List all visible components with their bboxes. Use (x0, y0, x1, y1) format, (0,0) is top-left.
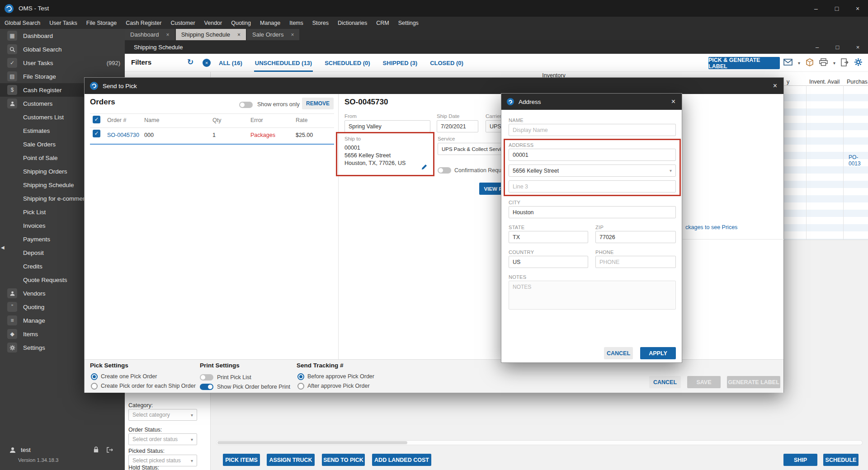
print-pick-list-toggle[interactable] (200, 374, 213, 381)
radio-after-approve[interactable] (297, 383, 304, 390)
clear-filters-icon[interactable]: × (203, 59, 211, 67)
close-icon[interactable]: × (847, 0, 868, 17)
menu-item-global-search[interactable]: Global Search (0, 17, 45, 29)
address-line1-input[interactable] (509, 149, 676, 161)
from-input[interactable] (344, 120, 430, 132)
column-header-invent-avail: Invent. Avail (809, 79, 840, 85)
option-label: After approve Pick Order (307, 383, 370, 389)
menu-item-dictionaries[interactable]: Dictionaries (333, 17, 372, 29)
po-link[interactable]: PO-0013 (849, 154, 868, 167)
confirmation-toggle[interactable] (438, 167, 451, 174)
status-tab-shipped[interactable]: SHIPPED (3) (382, 54, 419, 72)
sidebar-item-label: Shipping Orders (23, 168, 67, 175)
order-number-link[interactable]: SO-0045730 (107, 132, 139, 138)
email-caret-icon[interactable]: ▾ (798, 61, 800, 66)
menu-item-manage[interactable]: Manage (255, 17, 285, 29)
settings-gear-icon[interactable] (854, 58, 863, 68)
status-tabs: ALL (16) UNSCHEDULED (13) SCHEDULED (0) … (218, 54, 464, 72)
status-tab-all[interactable]: ALL (16) (218, 54, 243, 72)
menu-item-cash-register[interactable]: Cash Register (121, 17, 166, 29)
menu-item-customer[interactable]: Customer (166, 17, 199, 29)
radio-create-one-pick-order[interactable] (91, 373, 98, 380)
prices-link[interactable]: ckages to see Prices (685, 224, 737, 230)
menu-item-stores[interactable]: Stores (308, 17, 333, 29)
generate-label-button[interactable]: GENERATE LABEL (727, 376, 780, 388)
radio-create-pick-per-ship-order[interactable] (91, 383, 98, 390)
close-icon[interactable]: × (848, 40, 868, 54)
print-caret-icon[interactable]: ▾ (833, 61, 835, 66)
assign-truck-button[interactable]: ASSIGN TRUCK (267, 454, 315, 466)
export-icon[interactable] (841, 58, 849, 68)
tab-close-icon[interactable]: × (237, 32, 241, 38)
menu-item-quoting[interactable]: Quoting (226, 17, 255, 29)
col-header-order: Order # (107, 117, 126, 123)
restore-icon[interactable]: □ (827, 40, 848, 54)
tab-close-icon[interactable]: × (291, 32, 294, 38)
status-tab-unscheduled[interactable]: UNSCHEDULED (13) (254, 54, 313, 72)
ship-button[interactable]: SHIP (783, 454, 817, 466)
send-tracking-title: Send Tracking # (297, 362, 344, 369)
country-input[interactable] (509, 256, 588, 268)
close-icon[interactable]: × (773, 82, 777, 90)
user-icon (9, 446, 16, 456)
radio-before-approve[interactable] (297, 373, 304, 380)
menu-item-vendor[interactable]: Vendor (200, 17, 227, 29)
tab-sale-orders[interactable]: Sale Orders × (247, 29, 299, 40)
horizontal-scrollbar-thumb[interactable] (217, 441, 407, 444)
logout-icon[interactable] (107, 446, 113, 455)
tab-dashboard[interactable]: Dashboard × (125, 29, 175, 40)
minimize-icon[interactable]: – (806, 0, 826, 17)
shipping-schedule-window-titlebar: Shipping Schedule – □ × (125, 40, 868, 54)
refresh-icon[interactable]: ↻ (187, 57, 193, 67)
address-line2-input[interactable]: 5656 Kelley Street ▾ (509, 164, 676, 177)
show-errors-label: Show errors only (257, 101, 300, 108)
row-checkbox[interactable]: ✓ (93, 130, 100, 137)
ship-date-input[interactable] (437, 120, 478, 132)
order-status-select[interactable]: Select order status ▾ (128, 433, 197, 445)
maximize-icon[interactable]: □ (826, 0, 847, 17)
category-select[interactable]: Select category ▾ (128, 409, 197, 421)
sidebar-item-dashboard[interactable]: ▦ Dashboard (0, 29, 125, 42)
pick-items-button[interactable]: PICK ITEMS (223, 454, 260, 466)
display-name-input[interactable] (509, 124, 676, 136)
tab-close-icon[interactable]: × (166, 32, 170, 38)
pick-generate-label-button[interactable]: PICK & GENERATE LABEL (708, 57, 780, 69)
email-icon[interactable] (783, 59, 793, 67)
phone-input[interactable] (595, 256, 676, 268)
show-errors-toggle[interactable] (239, 102, 253, 108)
menu-item-settings[interactable]: Settings (394, 17, 423, 29)
remove-button[interactable]: REMOVE (302, 98, 334, 109)
city-input[interactable] (509, 206, 676, 218)
print-icon[interactable] (819, 58, 828, 68)
menu-item-file-storage[interactable]: File Storage (82, 17, 121, 29)
status-tab-closed[interactable]: CLOSED (0) (429, 54, 464, 72)
schedule-button[interactable]: SCHEDULE (823, 454, 859, 466)
select-all-checkbox[interactable]: ✓ (93, 116, 100, 123)
show-pick-order-toggle[interactable] (200, 384, 213, 390)
menu-item-crm[interactable]: CRM (372, 17, 393, 29)
state-input[interactable] (509, 231, 588, 243)
menu-item-user-tasks[interactable]: User Tasks (45, 17, 82, 29)
tab-shipping-schedule[interactable]: Shipping Schedule × (176, 29, 246, 40)
lock-icon[interactable] (93, 446, 99, 455)
add-landed-cost-button[interactable]: ADD LANDED COST (372, 454, 431, 466)
sidebar-collapse-icon[interactable]: ◀ (1, 245, 5, 250)
edit-address-icon[interactable] (421, 164, 428, 172)
cancel-button[interactable]: CANCEL (604, 347, 633, 359)
package-icon[interactable] (806, 58, 814, 68)
apply-button[interactable]: APPLY (640, 347, 676, 359)
send-to-pick-button[interactable]: SEND TO PICK (322, 454, 365, 466)
sidebar-item-user-tasks[interactable]: ✓ User Tasks (992) (0, 56, 125, 70)
cancel-button[interactable]: CANCEL (649, 376, 681, 388)
notes-textarea[interactable]: NOTES (509, 281, 676, 310)
menu-item-items[interactable]: Items (285, 17, 308, 29)
sidebar-item-global-search[interactable]: Global Search (0, 42, 125, 56)
order-error-cell[interactable]: Packages (250, 132, 275, 138)
close-icon[interactable]: × (671, 98, 675, 106)
status-tab-scheduled[interactable]: SCHEDULED (0) (324, 54, 371, 72)
address-line3-input[interactable] (509, 180, 676, 193)
sidebar-item-label: Manage (23, 317, 45, 324)
save-button[interactable]: SAVE (687, 376, 721, 388)
zip-input[interactable] (595, 231, 676, 243)
minimize-icon[interactable]: – (807, 40, 827, 54)
